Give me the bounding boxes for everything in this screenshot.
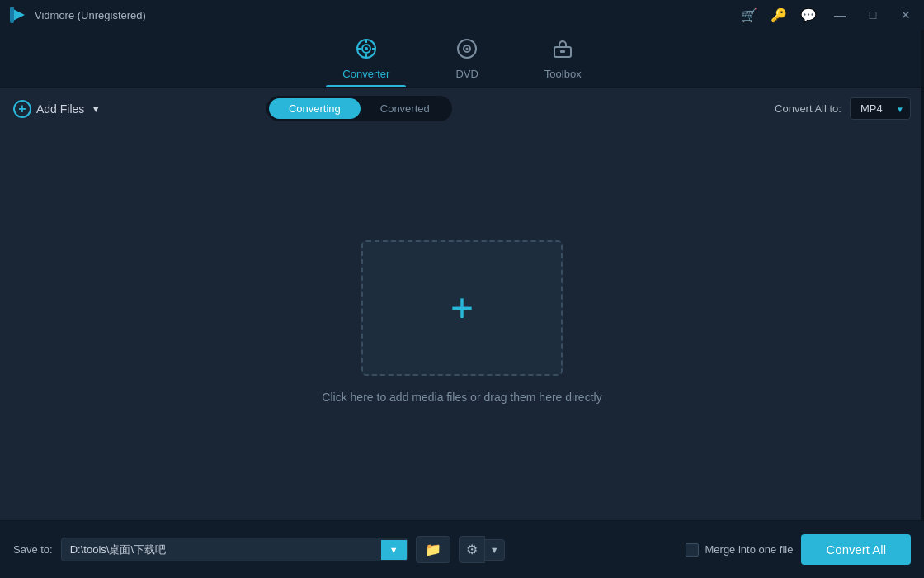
- merge-label: Merge into one file: [705, 543, 794, 556]
- tab-toolbox[interactable]: Toolbox: [528, 30, 598, 87]
- titlebar-left: Vidmore (Unregistered): [8, 5, 146, 25]
- drop-hint: Click here to add media files or drag th…: [322, 391, 601, 404]
- add-files-button[interactable]: + Add Files ▼: [13, 100, 101, 118]
- drop-plus-icon: +: [450, 288, 474, 328]
- svg-point-11: [466, 48, 469, 50]
- settings-dropdown-button[interactable]: ▼: [485, 539, 505, 561]
- format-select-wrapper: MP4 AVI MOV MKV MP3: [850, 97, 911, 120]
- add-files-arrow-icon: ▼: [91, 103, 101, 115]
- add-files-plus-icon: +: [13, 100, 31, 118]
- format-select[interactable]: MP4 AVI MOV MKV MP3: [850, 97, 911, 120]
- nav-tabs: Converter DVD Toolbox: [0, 30, 924, 88]
- close-button[interactable]: ✕: [896, 5, 916, 25]
- svg-point-4: [365, 47, 368, 50]
- merge-checkbox[interactable]: [686, 543, 699, 557]
- add-files-label: Add Files: [36, 102, 84, 116]
- minimize-button[interactable]: —: [830, 5, 850, 25]
- folder-button[interactable]: 📁: [416, 536, 450, 563]
- tab-converter[interactable]: Converter: [326, 30, 406, 87]
- titlebar-controls: 🛒 🔑 💬 — □ ✕: [741, 5, 916, 25]
- converting-button[interactable]: Converting: [269, 98, 361, 119]
- save-to-label: Save to:: [13, 543, 53, 556]
- merge-wrapper: Merge into one file: [686, 543, 794, 557]
- maximize-button[interactable]: □: [863, 5, 883, 25]
- side-panel: [921, 30, 924, 520]
- tab-dvd[interactable]: DVD: [439, 30, 494, 87]
- toolbox-icon: [552, 38, 573, 64]
- dvd-icon: [456, 38, 478, 64]
- save-path-wrapper: ▼: [61, 538, 408, 561]
- save-path-dropdown-button[interactable]: ▼: [381, 540, 407, 560]
- drop-area[interactable]: +: [361, 240, 563, 376]
- convert-all-to-section: Convert All to: MP4 AVI MOV MKV MP3: [775, 97, 911, 120]
- main-content: + Click here to add media files or drag …: [0, 130, 924, 514]
- convert-all-to-label: Convert All to:: [775, 102, 842, 115]
- converting-toggle: Converting Converted: [266, 96, 452, 121]
- key-icon[interactable]: 🔑: [771, 7, 787, 23]
- tab-dvd-label: DVD: [455, 68, 478, 80]
- settings-button-group: ⚙ ▼: [459, 536, 505, 563]
- chat-icon[interactable]: 💬: [800, 7, 817, 23]
- converted-button[interactable]: Converted: [361, 98, 450, 119]
- tab-converter-label: Converter: [342, 68, 389, 80]
- tab-toolbox-label: Toolbox: [544, 68, 582, 80]
- toolbar: + Add Files ▼ Converting Converted Conve…: [0, 88, 924, 130]
- app-logo: [8, 5, 28, 25]
- converter-icon: [356, 38, 377, 64]
- titlebar: Vidmore (Unregistered) 🛒 🔑 💬 — □ ✕: [0, 0, 924, 30]
- svg-rect-13: [560, 50, 565, 53]
- cart-icon[interactable]: 🛒: [741, 7, 757, 23]
- settings-button[interactable]: ⚙: [459, 536, 485, 563]
- app-title: Vidmore (Unregistered): [35, 9, 146, 21]
- convert-all-button[interactable]: Convert All: [801, 534, 911, 565]
- save-path-input[interactable]: [62, 538, 381, 561]
- svg-rect-1: [10, 7, 14, 23]
- footer: Save to: ▼ 📁 ⚙ ▼ Merge into one file Con…: [0, 520, 924, 578]
